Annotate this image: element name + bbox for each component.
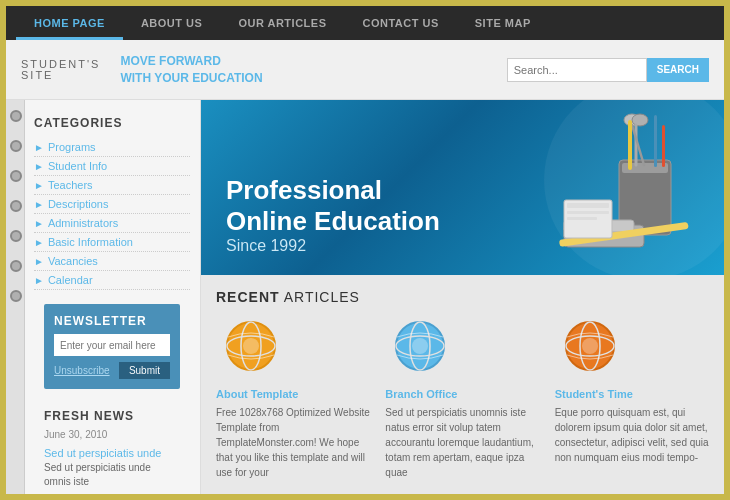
article-link-1[interactable]: About Template (216, 388, 298, 400)
svg-point-27 (582, 338, 598, 354)
office-illustration (554, 110, 704, 265)
fresh-news-link[interactable]: Sed ut perspiciatis unde (44, 443, 180, 461)
header: STUDENT'S SITE MOVE FORWARD WITH YOUR ED… (6, 40, 724, 100)
unsubscribe-link[interactable]: Unsubscribe (54, 365, 110, 376)
svg-rect-6 (628, 120, 632, 170)
link-vacancies[interactable]: Vacancies (48, 255, 98, 267)
arrow-icon: ► (34, 237, 44, 248)
link-studentinfo[interactable]: Student Info (48, 160, 107, 172)
sidebar-item-descriptions[interactable]: ► Descriptions (34, 195, 190, 214)
article-title-2[interactable]: Branch Office (385, 384, 539, 402)
hero-headline-2: Online Education (226, 206, 440, 237)
arrow-icon: ► (34, 275, 44, 286)
article-title-3[interactable]: Student's Time (555, 384, 709, 402)
sidebar-item-studentinfo[interactable]: ► Student Info (34, 157, 190, 176)
logo: STUDENT'S SITE (21, 59, 100, 81)
sidebar-item-programs[interactable]: ► Programs (34, 138, 190, 157)
article-title-1[interactable]: About Template (216, 384, 370, 402)
fresh-news-date: June 30, 2010 (44, 429, 180, 440)
ring-1 (10, 110, 22, 122)
link-basicinfo[interactable]: Basic Information (48, 236, 133, 248)
fresh-news-text: Sed ut perspiciatis unde omnis iste (44, 461, 180, 489)
newsletter-box: NEWSLETTER Unsubscribe Submit (44, 304, 180, 389)
arrow-icon: ► (34, 199, 44, 210)
arrow-icon: ► (34, 218, 44, 229)
top-nav: HOME PAGE ABOUT US OUR ARTICLES CONTACT … (6, 6, 724, 40)
newsletter-actions: Unsubscribe Submit (54, 362, 170, 379)
nav-about[interactable]: ABOUT US (123, 6, 220, 40)
svg-point-3 (632, 114, 648, 126)
main-content: CATEGORIES ► Programs ► Student Info ► T… (6, 100, 724, 494)
article-icon-3 (555, 319, 625, 374)
svg-rect-13 (567, 203, 609, 208)
arrow-icon: ► (34, 161, 44, 172)
sidebar-item-basicinfo[interactable]: ► Basic Information (34, 233, 190, 252)
article-link-3[interactable]: Student's Time (555, 388, 633, 400)
article-icon-1 (216, 319, 286, 374)
svg-point-19 (243, 338, 259, 354)
svg-line-5 (632, 125, 644, 165)
sidebar: CATEGORIES ► Programs ► Student Info ► T… (6, 100, 201, 494)
logo-sub: SITE (21, 70, 100, 81)
ring-6 (10, 260, 22, 272)
sidebar-item-teachers[interactable]: ► Teachers (34, 176, 190, 195)
arrow-icon: ► (34, 142, 44, 153)
link-descriptions[interactable]: Descriptions (48, 198, 109, 210)
hero-headline-1: Professional (226, 175, 440, 206)
article-item-2: Branch Office Sed ut perspiciatis unomni… (385, 319, 539, 480)
search-input[interactable] (507, 58, 647, 82)
svg-rect-8 (662, 125, 665, 167)
search-bar: SEARCH (507, 58, 709, 82)
article-item-3: Student's Time Eque porro quisquam est, … (555, 319, 709, 480)
newsletter-submit-button[interactable]: Submit (119, 362, 170, 379)
fresh-news: FRESH NEWS June 30, 2010 Sed ut perspici… (34, 399, 190, 489)
tagline: MOVE FORWARD WITH YOUR EDUCATION (120, 53, 262, 87)
hero-subtext: Since 1992 (226, 237, 440, 255)
arrow-icon: ► (34, 256, 44, 267)
nav-sitemap[interactable]: SITE MAP (457, 6, 549, 40)
svg-rect-7 (654, 115, 657, 167)
outer-border: HOME PAGE ABOUT US OUR ARTICLES CONTACT … (0, 0, 730, 500)
link-teachers[interactable]: Teachers (48, 179, 93, 191)
tagline-line1: MOVE FORWARD (120, 53, 262, 70)
ring-3 (10, 170, 22, 182)
newsletter-title: NEWSLETTER (54, 314, 170, 328)
ring-5 (10, 230, 22, 242)
fresh-news-title: FRESH NEWS (44, 409, 180, 423)
content-area: Professional Online Education Since 1992 (201, 100, 724, 494)
article-text-3: Eque porro quisquam est, qui dolorem ips… (555, 405, 709, 465)
inner-wrap: HOME PAGE ABOUT US OUR ARTICLES CONTACT … (6, 6, 724, 494)
arrow-icon: ► (34, 180, 44, 191)
categories-title: CATEGORIES (34, 116, 190, 130)
ring-4 (10, 200, 22, 212)
link-administrators[interactable]: Administrators (48, 217, 118, 229)
sidebar-item-calendar[interactable]: ► Calendar (34, 271, 190, 290)
recent-articles-section: RECENT ARTICLES (201, 275, 724, 494)
sidebar-inner: CATEGORIES ► Programs ► Student Info ► T… (24, 116, 200, 489)
article-link-2[interactable]: Branch Office (385, 388, 457, 400)
ring-2 (10, 140, 22, 152)
article-item-1: About Template Free 1028x768 Optimized W… (216, 319, 370, 480)
nav-home[interactable]: HOME PAGE (16, 6, 123, 40)
svg-rect-14 (567, 211, 609, 214)
article-text-1: Free 1028x768 Optimized Website Template… (216, 405, 370, 480)
svg-point-23 (412, 338, 428, 354)
search-button[interactable]: SEARCH (647, 58, 709, 82)
article-text-2: Sed ut perspiciatis unomnis iste natus e… (385, 405, 539, 480)
notebook-rings (10, 110, 22, 302)
tagline-line2: WITH YOUR EDUCATION (120, 70, 262, 87)
article-icon-2 (385, 319, 455, 374)
recent-articles-title: RECENT ARTICLES (216, 289, 709, 305)
fresh-news-article-link[interactable]: Sed ut perspiciatis unde (44, 447, 161, 459)
logo-main: STUDENT'S (21, 59, 100, 70)
link-programs[interactable]: Programs (48, 141, 96, 153)
sidebar-item-administrators[interactable]: ► Administrators (34, 214, 190, 233)
newsletter-email-input[interactable] (54, 334, 170, 356)
svg-rect-15 (567, 217, 597, 220)
hero-banner: Professional Online Education Since 1992 (201, 100, 724, 275)
nav-articles[interactable]: OUR ARTICLES (220, 6, 344, 40)
nav-contact[interactable]: CONTACT US (344, 6, 456, 40)
link-calendar[interactable]: Calendar (48, 274, 93, 286)
sidebar-item-vacancies[interactable]: ► Vacancies (34, 252, 190, 271)
ring-7 (10, 290, 22, 302)
